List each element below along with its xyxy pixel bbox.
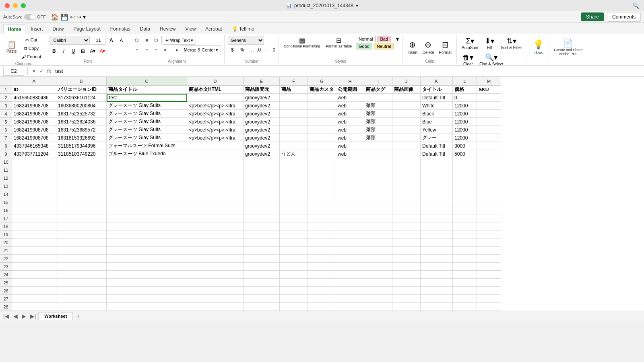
tab-tell-me[interactable]: 💡 Tell me	[227, 24, 259, 33]
sheet-cell[interactable]	[308, 255, 336, 263]
sheet-cell[interactable]: 価格	[453, 86, 477, 94]
sheet-cell[interactable]	[244, 295, 280, 303]
sheet-cell[interactable]	[364, 303, 392, 311]
sheet-cell[interactable]	[308, 166, 336, 174]
sheet-cell[interactable]	[421, 166, 453, 174]
wrap-text-button[interactable]: ↵ Wrap Text ▾	[163, 36, 196, 45]
sheet-cell[interactable]	[107, 239, 187, 247]
sheet-cell[interactable]	[453, 214, 477, 222]
sheet-cell[interactable]	[187, 214, 244, 222]
sheet-cell[interactable]	[12, 222, 56, 230]
sheet-cell[interactable]	[421, 255, 453, 263]
sheet-cell[interactable]	[364, 222, 392, 230]
sheet-tab-worksheet[interactable]: Worksheet	[38, 312, 73, 320]
sheet-cell[interactable]	[244, 214, 280, 222]
sheet-cell[interactable]	[56, 214, 107, 222]
row-header[interactable]: 18	[0, 222, 12, 230]
sheet-cell[interactable]	[107, 222, 187, 230]
sheet-cell[interactable]	[56, 166, 107, 174]
sheet-cell[interactable]	[453, 182, 477, 190]
sheet-cell[interactable]: groovydev2	[244, 134, 280, 142]
sheet-cell[interactable]: バリエーションID	[56, 86, 107, 94]
sheet-cell[interactable]	[308, 158, 336, 166]
sheet-cell[interactable]	[477, 303, 501, 311]
sheet-cell[interactable]: 16317523525732	[56, 110, 107, 118]
sheet-cell[interactable]	[453, 247, 477, 255]
sheet-cell[interactable]: 麺類	[364, 126, 392, 134]
sheet-cell[interactable]: Default Titl	[421, 150, 453, 158]
sheet-cell[interactable]	[187, 271, 244, 279]
save-icon[interactable]: 💾	[60, 13, 68, 21]
sheet-cell[interactable]: 1682419908708	[12, 126, 56, 134]
row-header[interactable]: 2	[0, 94, 12, 102]
sheet-cell[interactable]: 1682419908708	[12, 134, 56, 142]
fill-button[interactable]: ⬇▾ Fill	[481, 36, 497, 51]
row-header[interactable]: 9	[0, 150, 12, 158]
sheet-cell[interactable]	[477, 295, 501, 303]
sheet-cell[interactable]	[244, 174, 280, 182]
sheet-cell[interactable]	[308, 279, 336, 287]
insert-function-button[interactable]: fx	[46, 68, 52, 74]
sheet-cell[interactable]	[308, 222, 336, 230]
tab-data[interactable]: Data	[136, 24, 155, 33]
sheet-cell[interactable]	[453, 206, 477, 214]
align-top-center-button[interactable]: ≡	[142, 36, 151, 45]
align-right-button[interactable]: ≡	[152, 45, 161, 54]
sheet-cell[interactable]: Blue	[421, 118, 453, 126]
tab-nav-prev[interactable]: ◀	[12, 313, 19, 319]
sheet-cell[interactable]	[421, 182, 453, 190]
style-bad[interactable]: Bad	[377, 36, 391, 42]
sheet-cell[interactable]	[12, 247, 56, 255]
sheet-cell[interactable]	[336, 214, 364, 222]
sheet-cell[interactable]	[364, 295, 392, 303]
fill-color-button[interactable]: A▾	[88, 47, 97, 56]
sheet-cell[interactable]: <p>beef</p><p> <ifra	[187, 102, 244, 110]
sheet-cell[interactable]: 商品タグ	[364, 86, 392, 94]
sheet-cell[interactable]: 12000	[453, 134, 477, 142]
sheet-cell[interactable]	[56, 190, 107, 198]
sheet-cell[interactable]	[392, 287, 421, 295]
sheet-cell[interactable]	[364, 198, 392, 206]
sheet-cell[interactable]: グレースーツ Glay Suits	[107, 126, 187, 134]
sheet-cell[interactable]	[336, 230, 364, 239]
conditional-formatting-button[interactable]: ▤ Conditional Formatting	[282, 36, 322, 49]
tab-nav-last[interactable]: ▶|	[29, 313, 38, 319]
align-top-left-button[interactable]: ⬡	[132, 36, 141, 45]
sheet-cell[interactable]	[244, 255, 280, 263]
row-header[interactable]: 14	[0, 190, 12, 198]
sheet-cell[interactable]	[477, 166, 501, 174]
sheet-cell[interactable]	[477, 239, 501, 247]
sheet-cell[interactable]	[364, 247, 392, 255]
sheet-cell[interactable]: web	[336, 102, 364, 110]
sheet-cell[interactable]	[392, 142, 421, 150]
row-header[interactable]: 4	[0, 110, 12, 118]
sheet-cell[interactable]	[308, 239, 336, 247]
sheet-cell[interactable]: 1682419908708	[12, 118, 56, 126]
font-size-input[interactable]	[91, 36, 105, 45]
row-header[interactable]: 21	[0, 247, 12, 255]
sheet-cell[interactable]: 商品画像	[392, 86, 421, 94]
sheet-cell[interactable]	[12, 206, 56, 214]
sheet-cell[interactable]	[308, 206, 336, 214]
sheet-cell[interactable]	[392, 303, 421, 311]
sheet-cell[interactable]	[421, 230, 453, 239]
sheet-cell[interactable]	[244, 247, 280, 255]
sheet-cell[interactable]	[453, 190, 477, 198]
sheet-cell[interactable]	[244, 206, 280, 214]
sheet-cell[interactable]	[477, 102, 501, 110]
sheet-cell[interactable]	[308, 198, 336, 206]
sheet-cell[interactable]	[453, 174, 477, 182]
sheet-cell[interactable]	[12, 303, 56, 311]
font-size-decrease-button[interactable]: A	[117, 36, 126, 45]
sheet-cell[interactable]	[392, 174, 421, 182]
sheet-cell[interactable]	[280, 94, 308, 102]
col-header-E[interactable]: E	[244, 77, 280, 86]
tab-view[interactable]: View	[181, 24, 200, 33]
sheet-cell[interactable]	[187, 295, 244, 303]
sheet-cell[interactable]	[336, 198, 364, 206]
sheet-cell[interactable]: 商品カスタ	[308, 86, 336, 94]
sheet-cell[interactable]: groovydev2	[244, 102, 280, 110]
sheet-cell[interactable]	[280, 134, 308, 142]
sheet-cell[interactable]	[336, 303, 364, 311]
row-header[interactable]: 13	[0, 182, 12, 190]
